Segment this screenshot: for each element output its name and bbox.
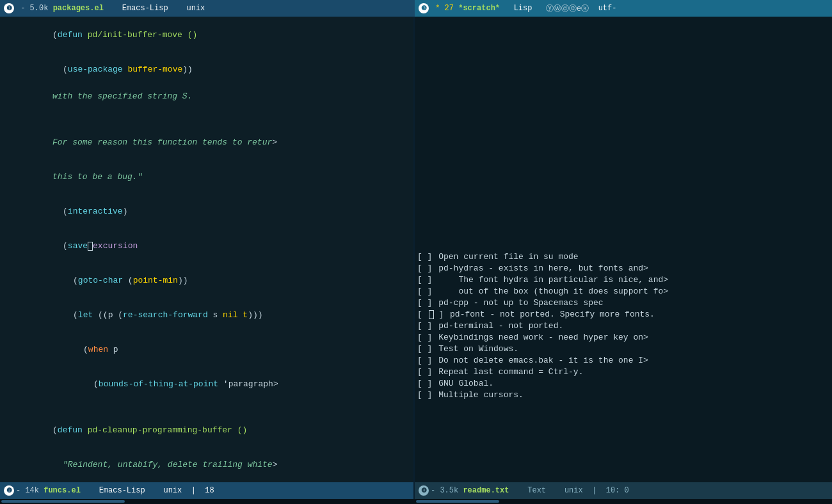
paren: ( xyxy=(73,310,78,320)
cb-right: ] xyxy=(434,309,444,320)
cb-left: [ xyxy=(417,309,428,320)
bottom-scrollbar xyxy=(0,499,832,504)
cb-left: [ ] xyxy=(417,366,432,378)
item-text: The font hydra in particular is nice, an… xyxy=(438,274,663,286)
code-line: (saveexcursion xyxy=(3,229,411,264)
keyword: goto-char xyxy=(78,276,123,285)
code-line: (when p xyxy=(3,333,411,367)
list-item: [ ] Test on Windows. xyxy=(417,343,829,355)
item-text: Test on Windows. xyxy=(438,343,518,355)
string: with the specified string S. xyxy=(52,91,192,101)
cb-left: [ ] xyxy=(417,297,432,309)
code-line: (goto-char (point-min)) xyxy=(3,264,411,298)
paren: ( xyxy=(73,276,78,285)
keyword: interactive xyxy=(68,207,123,216)
ml3-sep xyxy=(431,4,435,13)
right-scrollbar xyxy=(415,499,832,504)
cb-left: [ ] xyxy=(417,251,432,263)
paren: ( xyxy=(63,65,68,74)
ml1-size: - 5.0k xyxy=(20,4,52,13)
left-scrollbar xyxy=(0,499,415,504)
trunc: > xyxy=(663,286,668,297)
ml4-mode: Text xyxy=(527,486,546,495)
ml1-sep2 xyxy=(168,4,187,13)
cb-left: [ ] xyxy=(417,286,432,297)
code-line: (let ((p (re-search-forward s nil t))) xyxy=(3,298,411,333)
right-scroll-thumb[interactable] xyxy=(416,500,499,503)
keyword: excursion xyxy=(93,241,138,251)
item-text: Multiple cursors. xyxy=(438,390,524,401)
func-name: pd/init-buffer-move () xyxy=(83,30,197,40)
ml2-sep3: | xyxy=(182,486,205,495)
paren: ) xyxy=(123,207,128,216)
text-cursor xyxy=(88,242,93,251)
item-text: pd-terminal - not ported. xyxy=(438,320,563,332)
right-top-code xyxy=(415,17,832,250)
editor-container: ❶ - 5.0k packages.el Emacs-Lisp unix ❸ *… xyxy=(0,0,832,504)
paren: ( xyxy=(83,345,88,354)
item-text: GNU Global. xyxy=(438,378,493,390)
trunc: > xyxy=(273,379,278,389)
right-pane: [ ] Open current file in su mode [ ] pd-… xyxy=(415,17,832,482)
ml4-eol: unix xyxy=(564,486,583,495)
cb-left: [ ] xyxy=(417,274,432,286)
scrollbar-container xyxy=(0,499,832,504)
cb-left: [ ] xyxy=(417,343,432,355)
code-line: (defun pd-cleanup-programming-buffer () xyxy=(3,413,411,448)
string: this to be a bug." xyxy=(52,172,142,182)
keyword: let xyxy=(78,310,93,320)
keyword: when xyxy=(88,345,108,354)
paren: ( xyxy=(52,425,58,435)
trunc: > xyxy=(643,263,648,274)
ml1-mode: Emacs-Lisp xyxy=(122,4,168,13)
code-line: (interactive) xyxy=(3,194,411,229)
ml2-eol: unix xyxy=(163,486,182,495)
cb-left: [ ] xyxy=(417,332,432,343)
list-item: [ ] pd-terminal - not ported. xyxy=(417,320,829,332)
func-name: pd-cleanup-programming-buffer () xyxy=(83,425,247,435)
text-cursor xyxy=(429,310,434,319)
list-item: [ ] out of the box (though it does suppo… xyxy=(417,286,829,297)
list-item: [ ] The font hydra in particular is nice… xyxy=(417,274,829,286)
ml4-filename: readme.txt xyxy=(463,486,509,495)
top-modelines: ❶ - 5.0k packages.el Emacs-Lisp unix ❸ *… xyxy=(0,0,832,17)
list-item: [ ] Open current file in su mode xyxy=(417,251,829,263)
code-line: For some reason this function tends to r… xyxy=(3,125,411,160)
pane-number-4: ❹ xyxy=(419,485,429,496)
right-bottom-list: [ ] Open current file in su mode [ ] pd-… xyxy=(415,250,832,482)
keyword: save xyxy=(68,241,88,251)
scratch-empty-area xyxy=(417,19,829,179)
content-area: (defun pd/init-buffer-move () (use-packa… xyxy=(0,17,832,482)
bottom-modelines: ❷ - 14k funcs.el Emacs-Lisp unix | 18 ❹ … xyxy=(0,482,832,499)
item-text: out of the box (though it does support f… xyxy=(438,286,663,297)
keyword-defun: defun xyxy=(58,30,83,40)
trunc: > xyxy=(273,460,278,469)
ml3-filename: *scratch* xyxy=(458,4,500,13)
paren: ( xyxy=(52,30,58,40)
ml1-eol: unix xyxy=(186,4,205,13)
cb-left: [ ] xyxy=(417,390,432,401)
left-top-code: (defun pd/init-buffer-move () (use-packa… xyxy=(0,17,413,78)
ml4-sep2 xyxy=(546,486,564,495)
ml3-sep3 xyxy=(532,4,546,13)
item-text: pd-cpp - not up to Spacemacs spec xyxy=(438,297,603,309)
blank-line xyxy=(3,114,411,125)
ml2-sep2 xyxy=(145,486,164,495)
ml3-sep4 xyxy=(589,4,598,13)
left-bottom-code: with the specified string S. For some re… xyxy=(0,78,415,482)
string: For some reason this function tends to r… xyxy=(52,138,272,147)
item-text: pd-hydras - exists in here, but fonts an… xyxy=(438,263,643,274)
list-item: [ ] Multiple cursors. xyxy=(417,390,829,401)
cb-left: [ ] xyxy=(417,378,432,390)
left-scroll-thumb[interactable] xyxy=(1,500,125,503)
list-item: [ ] pd-hydras - exists in here, but font… xyxy=(417,263,829,274)
item-text: Repeat last command = Ctrl-y. xyxy=(438,366,583,378)
code-line: (bounds-of-thing-at-point 'paragraph> xyxy=(3,367,411,402)
cb-left: [ ] xyxy=(417,320,432,332)
pkg-name: buffer-move xyxy=(123,65,183,74)
ml4-linenum: 10: 0 xyxy=(606,486,629,495)
trunc: > xyxy=(643,355,648,366)
keyword: use-package xyxy=(68,65,123,74)
ml3-sep2 xyxy=(500,4,514,13)
modeline-1: ❶ - 5.0k packages.el Emacs-Lisp unix xyxy=(0,0,415,17)
